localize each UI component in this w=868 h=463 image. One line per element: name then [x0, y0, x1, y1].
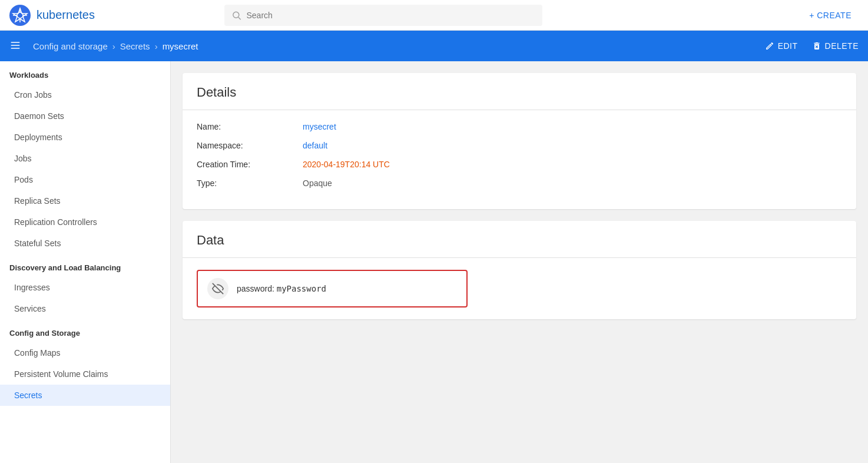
sidebar: Workloads Cron Jobs Daemon Sets Deployme…	[0, 61, 171, 463]
breadcrumb-bar: Config and storage › Secrets › mysecret …	[0, 31, 868, 61]
breadcrumb-secrets[interactable]: Secrets	[120, 41, 150, 51]
breadcrumb-actions: EDIT DELETE	[765, 41, 859, 51]
main-layout: Workloads Cron Jobs Daemon Sets Deployme…	[0, 61, 868, 463]
data-password-label: password: myPassword	[237, 284, 326, 293]
edit-button[interactable]: EDIT	[765, 41, 798, 51]
edit-icon	[765, 41, 774, 51]
sidebar-item-secrets[interactable]: Secrets	[0, 385, 170, 406]
detail-value-namespace[interactable]: default	[303, 141, 327, 150]
svg-rect-8	[11, 42, 20, 43]
logo-text: kubernetes	[37, 8, 95, 22]
create-button[interactable]: + CREATE	[802, 6, 859, 25]
sidebar-item-replica-sets[interactable]: Replica Sets	[0, 190, 170, 211]
breadcrumb-sep-2: ›	[155, 41, 158, 51]
eye-off-icon	[212, 283, 224, 295]
toggle-visibility-button[interactable]	[207, 278, 228, 299]
detail-label-namespace: Namespace:	[197, 141, 303, 150]
sidebar-item-deployments[interactable]: Deployments	[0, 127, 170, 148]
detail-label-type: Type:	[197, 178, 303, 188]
detail-label-creation-time: Creation Time:	[197, 160, 303, 169]
search-icon	[231, 10, 241, 21]
detail-label-name: Name:	[197, 122, 303, 131]
sidebar-item-services[interactable]: Services	[0, 298, 170, 319]
details-card: Details Name: mysecret Namespace: defaul…	[183, 73, 856, 209]
sidebar-item-pvc[interactable]: Persistent Volume Claims	[0, 363, 170, 385]
detail-row-creation-time: Creation Time: 2020-04-19T20:14 UTC	[197, 160, 842, 169]
data-card: Data password: myPassword	[183, 221, 856, 319]
sidebar-item-stateful-sets[interactable]: Stateful Sets	[0, 233, 170, 254]
main-content: Details Name: mysecret Namespace: defaul…	[171, 61, 868, 463]
search-bar	[224, 5, 542, 26]
svg-point-6	[233, 12, 239, 18]
data-title: Data	[183, 221, 856, 258]
top-navigation: kubernetes + CREATE	[0, 0, 868, 31]
config-section-title: Config and Storage	[0, 319, 170, 342]
sidebar-item-config-maps[interactable]: Config Maps	[0, 342, 170, 363]
search-input[interactable]	[247, 11, 536, 20]
breadcrumb-config-storage[interactable]: Config and storage	[33, 41, 108, 51]
sidebar-item-pods[interactable]: Pods	[0, 169, 170, 190]
sidebar-item-jobs[interactable]: Jobs	[0, 148, 170, 169]
data-password-value: myPassword	[277, 284, 326, 293]
data-body: password: myPassword	[183, 258, 856, 319]
breadcrumb-mysecret: mysecret	[163, 41, 198, 51]
breadcrumb-sep-1: ›	[112, 41, 115, 51]
sidebar-item-replication-controllers[interactable]: Replication Controllers	[0, 211, 170, 233]
discovery-section-title: Discovery and Load Balancing	[0, 254, 170, 277]
sidebar-item-cron-jobs[interactable]: Cron Jobs	[0, 84, 170, 105]
delete-icon	[812, 41, 821, 51]
detail-value-creation-time[interactable]: 2020-04-19T20:14 UTC	[303, 160, 390, 169]
data-entry-password: password: myPassword	[197, 270, 468, 307]
svg-rect-10	[11, 48, 20, 49]
svg-line-7	[238, 17, 241, 19]
sidebar-item-ingresses[interactable]: Ingresses	[0, 277, 170, 298]
detail-value-name[interactable]: mysecret	[303, 122, 336, 131]
delete-button[interactable]: DELETE	[812, 41, 859, 51]
detail-value-type: Opaque	[303, 178, 332, 188]
detail-row-namespace: Namespace: default	[197, 141, 842, 150]
workloads-section-title: Workloads	[0, 61, 170, 84]
details-body: Name: mysecret Namespace: default Creati…	[183, 110, 856, 209]
details-title: Details	[183, 73, 856, 110]
logo-link[interactable]: kubernetes	[9, 5, 95, 26]
detail-row-name: Name: mysecret	[197, 122, 842, 131]
sidebar-item-daemon-sets[interactable]: Daemon Sets	[0, 105, 170, 127]
menu-icon[interactable]	[9, 39, 21, 53]
svg-rect-9	[11, 45, 20, 46]
detail-row-type: Type: Opaque	[197, 178, 842, 188]
kubernetes-logo-icon	[9, 5, 31, 26]
